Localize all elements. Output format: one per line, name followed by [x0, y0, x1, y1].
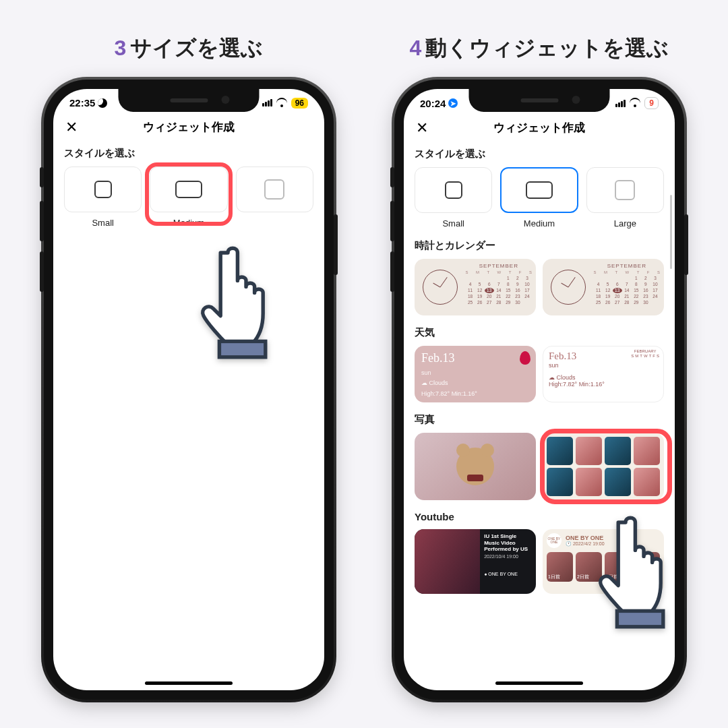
section-photo: 写真	[415, 413, 664, 426]
cellular-icon	[615, 100, 626, 107]
size-large[interactable]	[586, 167, 664, 213]
cal-days-1: 1234567891011121314151617181920212223242…	[466, 276, 532, 306]
cal-dow: SMTWTFS	[466, 270, 532, 276]
pin-icon	[520, 351, 530, 365]
status-time: 22:35	[69, 97, 95, 109]
section-weather: 天気	[415, 326, 664, 339]
step3-title: 3サイズを選ぶ	[115, 34, 264, 63]
cellular-icon	[262, 99, 272, 107]
size-large[interactable]	[236, 166, 313, 212]
wifi-icon	[276, 99, 287, 107]
home-indicator[interactable]	[145, 681, 233, 685]
widget-clock-2[interactable]: SEPTEMBER SMTWTFS 1234567891011121314151…	[543, 259, 664, 315]
step4-title: 4動くウィジェットを選ぶ	[410, 34, 669, 63]
yt-strip: 1日前2日前3日前3日前	[547, 552, 660, 582]
close-button[interactable]: ✕	[416, 119, 428, 137]
nav-title: ウィジェット作成	[493, 120, 585, 135]
section-clock: 時計とカレンダー	[415, 239, 664, 252]
close-button[interactable]: ✕	[65, 119, 78, 136]
location-icon: ➤	[448, 98, 458, 108]
cal-dow: SMTWTFS	[631, 354, 659, 359]
home-indicator[interactable]	[495, 681, 583, 685]
wifi-icon	[630, 99, 640, 107]
widget-weather-1[interactable]: Feb.13 sun ☁︎ Clouds High:7.82° Min:1.16…	[415, 346, 536, 402]
widget-weather-2[interactable]: Feb.13 sun ☁︎ Clouds High:7.82° Min:1.16…	[543, 346, 664, 402]
scrollbar[interactable]	[670, 195, 672, 269]
widget-youtube-1[interactable]: IU 1st Single Music Video Performed by U…	[415, 529, 536, 594]
section-style: スタイルを選ぶ	[415, 148, 664, 160]
widget-photo-1[interactable]	[415, 433, 536, 500]
section-youtube: Youtube	[415, 511, 664, 522]
size-medium[interactable]	[150, 166, 227, 212]
status-time: 20:24	[420, 98, 446, 109]
phone-left: 22:35 96 ✕ ウィジェット作成 スタイルを選ぶ	[44, 80, 334, 700]
teddy-bear-icon	[456, 448, 494, 485]
size-selector: Small Medium Large	[64, 166, 313, 228]
cal-dow: SMTWTFS	[594, 270, 660, 276]
dnd-moon-icon	[98, 98, 107, 108]
nav-title: ウィジェット作成	[143, 119, 235, 135]
widget-clock-1[interactable]: SEPTEMBER SMTWTFS 1234567891011121314151…	[415, 259, 536, 315]
section-style: スタイルを選ぶ	[64, 147, 313, 160]
phone-right: 20:24 ➤ 9 ✕ ウィジェット作成 スタイルを選ぶ	[394, 80, 684, 700]
size-small[interactable]	[415, 167, 492, 213]
size-medium-selected[interactable]	[500, 167, 578, 213]
battery-badge: 96	[291, 98, 308, 109]
widget-youtube-2[interactable]: ONE BY ONE ONE BY ONE 🕐 2022/4/2 19:00 1…	[543, 529, 664, 594]
cal-days-2: 1234567891011121314151617181920212223242…	[594, 276, 660, 306]
size-small[interactable]	[64, 166, 142, 212]
widget-photo-grid[interactable]	[543, 433, 664, 500]
battery-badge: 9	[644, 97, 659, 109]
